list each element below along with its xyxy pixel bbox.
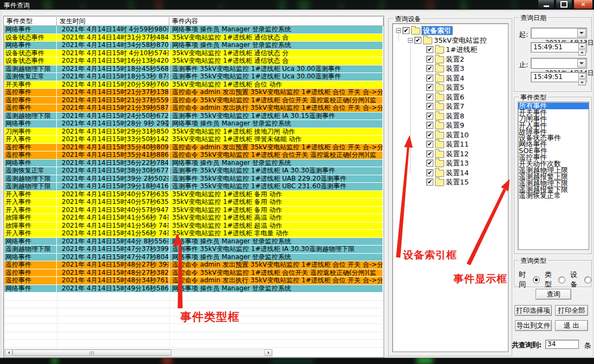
to-time-input[interactable]: 15:49:51 — [531, 72, 587, 82]
table-row[interactable]: 遥控事件 2021年 4月14日15时21分37秒559毫秒 遥控命令 35kV… — [4, 97, 383, 105]
table-row[interactable]: 遥控事件 2021年 4月14日15时48分34秒761毫秒 遥控命令 admi… — [4, 277, 383, 285]
table-row[interactable]: 遥控事件 2021年 4月14日15时35分41秒886毫秒 遥控命令 35kV… — [4, 151, 383, 160]
tree-expander-icon[interactable] — [408, 38, 413, 43]
table-row[interactable]: 遥测越物理下限 2021年 4月14日15时39分 2秒502毫秒 遥测事件 3… — [4, 175, 383, 183]
close-button[interactable]: ✕ — [573, 0, 593, 9]
tree-checkbox[interactable] — [426, 141, 433, 148]
scrollbar-thumb[interactable] — [12, 349, 171, 356]
radio-icon[interactable] — [584, 276, 591, 283]
tree-checkbox[interactable] — [426, 169, 433, 176]
tree-item-label[interactable]: 装置3 — [446, 64, 464, 72]
table-row[interactable]: 开入事件 2021年 4月14日15时40分57秒635毫秒 35kV变电站监控… — [4, 198, 383, 207]
scroll-right-button[interactable] — [265, 349, 272, 356]
tree-item-label[interactable]: 装置5 — [446, 83, 464, 91]
tree-item-label[interactable]: 设备索引 — [422, 27, 452, 35]
tree-checkbox[interactable] — [426, 84, 433, 91]
tree-item[interactable]: 1#进线柜 — [426, 45, 508, 55]
table-row[interactable]: 设备状态事件 2021年 4月14日15时 4分10秒574毫秒 35kV变电站… — [4, 50, 383, 58]
table-row[interactable]: 开入事件 2021年 4月14日15时33分50秒142毫秒 35kV变电站监控… — [4, 136, 383, 144]
scroll-left-button[interactable] — [5, 349, 12, 356]
table-row[interactable]: 开入事件 2021年 4月14日15时40分57秒947毫秒 35kV变电站监控… — [4, 207, 383, 215]
horizontal-scrollbar[interactable] — [4, 349, 273, 356]
event-type-option[interactable]: 遥测恢复正常 — [518, 193, 589, 199]
tree-item-label[interactable]: 装置4 — [446, 74, 464, 82]
tree-checkbox[interactable] — [426, 56, 433, 63]
table-row[interactable]: 故障事件 2021年 4月14日15时41分56秒 74毫秒 35kV变电站监控… — [4, 214, 383, 222]
column-header-event-type[interactable]: 事件类型 — [4, 17, 57, 25]
table-row[interactable]: 遥控事件 2021年 4月14日15时21分39秒587毫秒 遥控命令 admi… — [4, 104, 383, 112]
dropdown-button[interactable] — [577, 29, 586, 37]
tree-item[interactable]: 装置6 — [426, 92, 508, 102]
table-row[interactable]: 遥测恢复正常 2021年 4月14日15时38分30秒677毫秒 遥测事件 35… — [4, 167, 383, 175]
table-row[interactable]: 设备状态事件 2021年 4月14日15时16分13秒420毫秒 35kV变电站… — [4, 57, 383, 65]
tree-item[interactable]: 装置9 — [426, 121, 508, 130]
exit-button[interactable]: 退 出 — [555, 320, 588, 331]
tree-checkbox[interactable] — [426, 122, 433, 129]
dropdown-button[interactable] — [577, 59, 586, 68]
table-row[interactable]: 刀闸事件 2021年 4月14日15时29分31秒850毫秒 35kV变电站监控… — [4, 128, 383, 136]
tree-item[interactable]: 装置12 — [426, 149, 508, 159]
tree-item-label[interactable]: 装置10 — [446, 131, 469, 139]
tree-item-label[interactable]: 装置2 — [446, 55, 464, 63]
table-row[interactable]: 开关事件 2021年 4月14日15时20分59秒760毫秒 35kV变电站监控… — [4, 81, 383, 89]
tree-item-label[interactable]: 35kV变电站监控 — [434, 36, 487, 44]
table-row[interactable]: 遥测恢复正常 2021年 4月14日15时18分53秒 87毫秒 遥测事件 35… — [4, 73, 383, 81]
table-row[interactable]: 遥控事件 2021年 4月14日15时48分27秒382毫秒 遥控命令 35kV… — [4, 269, 383, 277]
print-selected-button[interactable]: 打印选择项 — [514, 305, 552, 316]
table-row[interactable]: 网络事件 2021年 4月14日15时36分22秒784毫秒 网络事项 操作员 … — [4, 160, 383, 168]
tree-checkbox[interactable] — [426, 103, 433, 110]
tree-checkbox[interactable] — [426, 65, 433, 72]
column-header-time[interactable]: 发生时间 — [57, 17, 169, 25]
tree-checkbox[interactable] — [426, 75, 433, 82]
radio-option[interactable]: 设备 — [570, 270, 591, 289]
tree-item-label[interactable]: 装置15 — [446, 178, 469, 186]
tree-item[interactable]: 装置15 — [426, 177, 508, 187]
tree-item-label[interactable]: 1#进线柜 — [446, 45, 477, 54]
tree-item[interactable]: 装置4 — [426, 74, 508, 83]
table-row[interactable]: 网络事件 2021年 4月14日15时28分 9秒 29毫秒 网络事项 操作员 … — [4, 120, 383, 128]
tree-checkbox[interactable] — [426, 131, 433, 138]
tree-item[interactable]: 装置2 — [426, 55, 508, 64]
table-row[interactable]: 设备状态事件 2021年 4月14日14时31分37秒484毫秒 35kV变电站… — [4, 34, 383, 42]
export-file-button[interactable]: 导出到文件 — [515, 320, 552, 331]
table-row[interactable]: 网络事件 2021年 4月14日15时49分16秒586毫秒 网络事项 操作员 … — [4, 285, 383, 293]
table-row[interactable]: 遥测越物理下限 2021年 4月14日15时39分18秒416毫秒 遥测事件 3… — [4, 183, 383, 191]
table-row[interactable]: 遥测越物理下限 2021年 4月14日15时47分37秒399毫秒 遥测事件 3… — [4, 246, 383, 254]
table-row[interactable]: 网络事件 2021年 4月14日14时 4分59秒980毫秒 网络事项 操作员 … — [4, 26, 383, 34]
tree-item-label[interactable]: 装置11 — [446, 140, 469, 148]
tree-item[interactable]: 35kV变电站监控 — [408, 36, 508, 45]
spin-down-button[interactable] — [578, 50, 586, 56]
tree-checkbox[interactable] — [426, 94, 433, 101]
tree-item-label[interactable]: 装置6 — [446, 93, 464, 101]
window-titlebar[interactable]: 事件查询 — [0, 0, 594, 10]
tree-checkbox[interactable] — [426, 160, 433, 167]
table-row[interactable]: 故障事件 2021年 4月14日15时41分56秒 74毫秒 35kV变电站监控… — [4, 222, 383, 230]
tree-item[interactable]: 装置13 — [426, 158, 508, 168]
minimize-button[interactable] — [538, 0, 555, 9]
table-row[interactable]: 开入事件 2021年 4月14日15时40分57秒635毫秒 35kV变电站监控… — [4, 191, 383, 199]
radio-icon[interactable] — [533, 276, 540, 283]
tree-checkbox[interactable] — [426, 150, 433, 157]
from-time-input[interactable]: 15:49:51 — [531, 42, 587, 52]
tree-item-label[interactable]: 装置7 — [446, 102, 464, 110]
tree-checkbox[interactable] — [414, 37, 421, 44]
column-header-content[interactable]: 事件内容 — [169, 17, 384, 25]
tree-item-label[interactable]: 装置12 — [446, 150, 469, 158]
radio-icon[interactable] — [558, 276, 565, 283]
table-row[interactable]: 网络事件 2021年 4月14日14时34分58秒870毫秒 网络事项 操作员 … — [4, 42, 383, 50]
tree-checkbox[interactable] — [402, 27, 410, 34]
table-row[interactable]: 遥控事件 2021年 4月14日15时48分27秒 39毫秒 遥控命令 admi… — [4, 261, 383, 269]
table-row[interactable]: 遥控事件 2021年 4月14日15时35分40秒809毫秒 遥控命令 admi… — [4, 144, 383, 152]
tree-item[interactable]: 装置3 — [426, 64, 508, 74]
table-row[interactable]: 遥测越物理下限 2021年 4月14日15时24分50秒672毫秒 遥测事件 3… — [4, 112, 383, 121]
tree-item-label[interactable]: 装置9 — [446, 121, 464, 129]
table-row[interactable]: 开入事件 2021年 4月14日15时41分56秒 74毫秒 35kV变电站监控… — [4, 230, 383, 238]
tree-item[interactable]: 装置7 — [426, 102, 508, 111]
tree-item-label[interactable]: 装置14 — [446, 169, 469, 177]
tree-item[interactable]: 装置8 — [426, 111, 508, 121]
tree-item[interactable]: 装置10 — [426, 130, 508, 140]
maximize-button[interactable] — [556, 0, 572, 9]
tree-checkbox[interactable] — [426, 112, 433, 120]
tree-item[interactable]: 装置14 — [426, 168, 508, 178]
spin-up-button[interactable] — [578, 73, 586, 79]
